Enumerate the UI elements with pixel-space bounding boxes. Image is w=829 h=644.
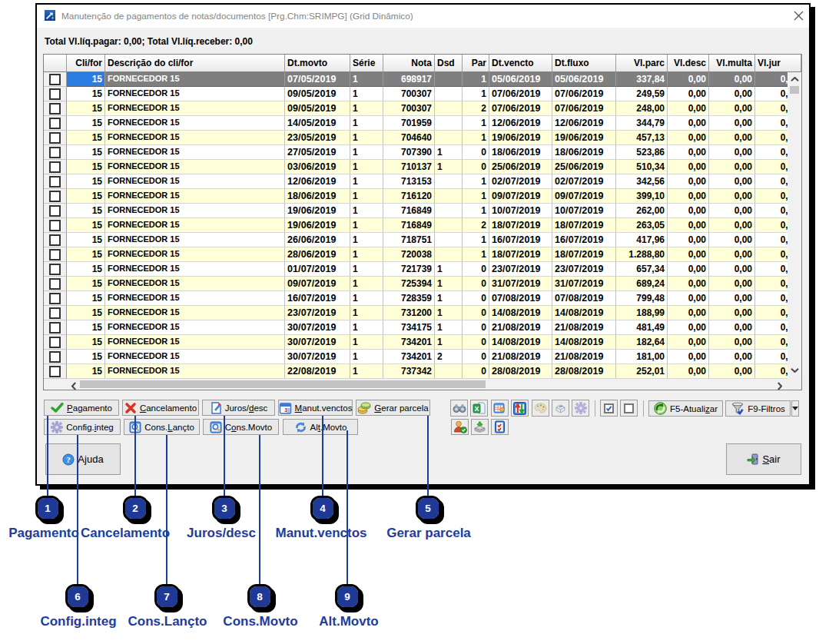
- svg-text:?: ?: [67, 455, 71, 464]
- svg-text:X: X: [475, 404, 479, 412]
